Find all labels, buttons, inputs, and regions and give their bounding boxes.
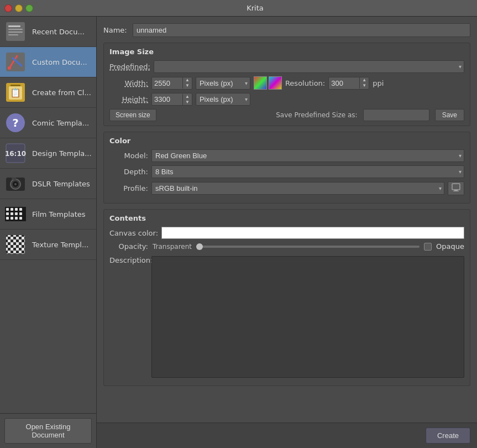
height-down-button[interactable]: ▼: [183, 100, 192, 105]
sidebar-item-texture[interactable]: Texture Templ...: [0, 230, 96, 260]
model-wrapper: Red Green Blue CMYK Grayscale: [151, 149, 464, 162]
sidebar-item-label-create: Create from Cl...: [32, 88, 91, 97]
width-label: Width:: [109, 79, 148, 87]
svg-text:16:10: 16:10: [5, 150, 26, 158]
svg-rect-32: [19, 208, 22, 211]
name-label: Name:: [103, 26, 128, 34]
predefined-select[interactable]: [154, 60, 464, 73]
predefined-label: Predefined:: [109, 62, 150, 71]
svg-text:?: ?: [12, 116, 19, 129]
depth-wrapper: 8 Bits 16 Bits 32 Bits: [151, 165, 464, 178]
description-label: Description:: [109, 256, 148, 264]
svg-point-20: [14, 183, 17, 185]
predefined-wrapper: [154, 60, 464, 73]
profile-icon-button[interactable]: [448, 181, 464, 195]
comic-icon: ?: [4, 112, 27, 134]
resolution-arrows: ▲ ▼: [359, 77, 369, 88]
width-input[interactable]: [152, 77, 182, 89]
svg-rect-21: [12, 178, 16, 180]
svg-point-8: [8, 66, 11, 70]
custom-icon: [4, 51, 27, 73]
sidebar-item-create-from-clipboard[interactable]: 📋 Create from Cl...: [0, 77, 96, 108]
close-button[interactable]: [4, 4, 12, 12]
sidebar-item-design[interactable]: 16:10 Design Templa...: [0, 138, 96, 169]
open-existing-button[interactable]: Open Existing Document: [4, 418, 92, 444]
resolution-input[interactable]: [329, 77, 359, 89]
rgb-swatch[interactable]: [254, 76, 267, 90]
width-unit-select[interactable]: Pixels (px) Inches Centimeters: [196, 77, 250, 90]
svg-rect-4: [8, 34, 18, 35]
description-textarea[interactable]: [151, 256, 464, 378]
opacity-opaque-label: Opaque: [436, 242, 464, 251]
image-size-title: Image Size: [109, 48, 464, 56]
opacity-row: Opacity: Transparent Opaque: [109, 242, 464, 251]
dslr-icon: [4, 173, 27, 195]
sidebar-item-recent[interactable]: Recent Docu...: [0, 17, 96, 47]
svg-rect-33: [19, 212, 22, 215]
bottom-bar: Create: [97, 423, 477, 448]
content-area: Name: Image Size Predefined: Wi: [97, 17, 477, 423]
canvas-color-row: Canvas color:: [109, 227, 464, 239]
svg-rect-29: [15, 208, 18, 211]
height-arrows: ▲ ▼: [182, 94, 192, 105]
name-input[interactable]: [133, 23, 470, 37]
model-select[interactable]: Red Green Blue CMYK Grayscale: [151, 149, 464, 162]
resolution-up-button[interactable]: ▲: [360, 77, 369, 83]
screen-size-row: Screen size Save Predefined Size as: Sav…: [109, 109, 464, 121]
sidebar-item-dslr[interactable]: DSLR Templates: [0, 169, 96, 199]
screen-size-button[interactable]: Screen size: [109, 109, 156, 121]
depth-row: Depth: 8 Bits 16 Bits 32 Bits: [109, 165, 464, 178]
sidebar-bottom: Open Existing Document: [0, 413, 96, 448]
profile-label: Profile:: [109, 184, 148, 192]
opacity-label: Opacity:: [109, 242, 148, 251]
width-down-button[interactable]: ▼: [183, 83, 192, 88]
depth-select[interactable]: 8 Bits 16 Bits 32 Bits: [151, 165, 464, 178]
svg-rect-27: [11, 212, 13, 215]
opacity-opaque-checkbox[interactable]: [424, 243, 432, 251]
height-unit-select[interactable]: Pixels (px) Inches Centimeters: [196, 93, 250, 106]
sidebar-item-comic[interactable]: ? Comic Templa...: [0, 108, 96, 138]
main-container: Recent Docu... Custom Docu...: [0, 17, 477, 448]
svg-rect-1: [8, 25, 20, 27]
height-spinbox: ▲ ▼: [151, 93, 192, 106]
contents-section: Contents Canvas color: Opacity: Transpar…: [103, 209, 470, 386]
svg-rect-24: [6, 212, 9, 215]
svg-rect-34: [19, 217, 22, 220]
width-up-button[interactable]: ▲: [183, 77, 192, 83]
resolution-down-button[interactable]: ▼: [360, 83, 369, 88]
sidebar-item-label-dslr: DSLR Templates: [32, 180, 90, 188]
sidebar-item-label-custom: Custom Docu...: [32, 58, 87, 66]
minimize-button[interactable]: [15, 4, 23, 12]
svg-rect-2: [8, 29, 23, 30]
resolution-label: Resolution:: [285, 79, 325, 87]
save-button[interactable]: Save: [435, 109, 464, 121]
contents-title: Contents: [109, 214, 464, 222]
sidebar-item-label-design: Design Templa...: [32, 149, 92, 158]
sidebar-item-film[interactable]: Film Templates: [0, 199, 96, 230]
svg-rect-23: [6, 208, 9, 211]
maximize-button[interactable]: [25, 4, 33, 12]
window-controls[interactable]: [4, 4, 33, 12]
model-row: Model: Red Green Blue CMYK Grayscale: [109, 149, 464, 162]
image-size-section: Image Size Predefined: Width:: [103, 43, 470, 126]
create-button[interactable]: Create: [426, 428, 470, 444]
canvas-color-swatch[interactable]: [161, 227, 464, 239]
color-title: Color: [109, 137, 464, 145]
color-mode-swatches: [254, 76, 282, 90]
resolution-unit: ppi: [373, 79, 386, 87]
cmyk-swatch[interactable]: [269, 76, 282, 90]
width-row: Width: ▲ ▼ Pixels (px) Inches Centimeter…: [109, 76, 464, 90]
height-input[interactable]: [152, 93, 182, 105]
width-spinbox: ▲ ▼: [151, 77, 192, 90]
height-up-button[interactable]: ▲: [183, 94, 192, 100]
profile-select[interactable]: sRGB built-in: [151, 182, 444, 195]
sidebar-item-custom[interactable]: Custom Docu...: [0, 47, 96, 77]
svg-rect-40: [452, 184, 460, 190]
recent-icon: [4, 20, 27, 43]
sidebar-item-label-film: Film Templates: [32, 210, 86, 218]
opacity-slider[interactable]: [196, 246, 420, 248]
monitor-icon: [452, 183, 460, 192]
window-title: Krita: [38, 4, 473, 12]
svg-rect-31: [15, 217, 18, 220]
save-predefined-input[interactable]: [363, 109, 429, 121]
